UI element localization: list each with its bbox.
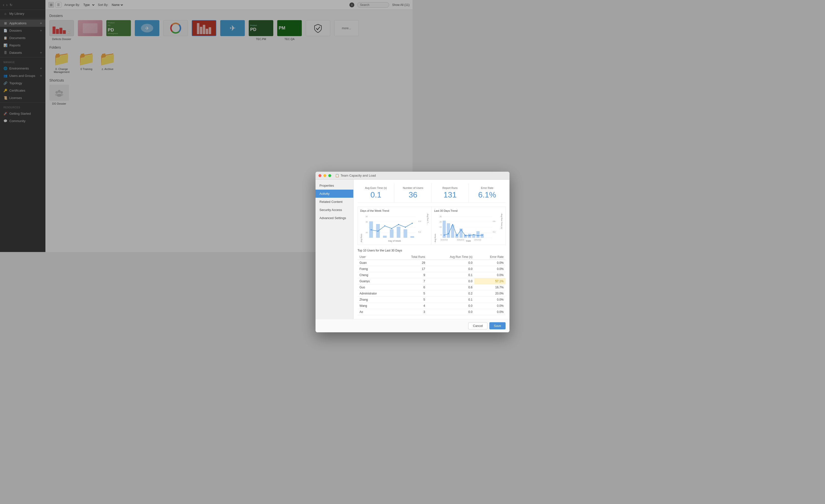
modal-nav-security-access[interactable]: Security Access [315,206,353,214]
stat-num-users-label: Number of Users [396,187,412,189]
svg-text:Wednesday: Wednesday [378,240,386,241]
svg-text:10: 10 [366,231,368,233]
modal: 📋 Team Capacity and Load Properties Acti… [315,172,412,252]
stat-avg-exec-value: 0.1 [360,190,392,200]
svg-rect-18 [397,227,400,238]
chart-weekly-svg: 50 30 10 [363,214,412,241]
modal-nav-related-content[interactable]: Related Content [315,198,353,206]
maximize-window-btn[interactable] [328,174,331,177]
svg-text:Sunday: Sunday [408,240,412,241]
svg-rect-19 [404,229,407,238]
modal-overlay: 📋 Team Capacity and Load Properties Acti… [0,0,412,252]
svg-text:Tuesday: Tuesday [373,240,379,241]
svg-rect-17 [390,229,394,238]
stat-num-users: Number of Users 36 [394,184,412,202]
svg-point-26 [405,227,406,228]
stat-avg-exec-label: Avg Exec Time (s) [360,187,392,189]
modal-title: 📋 Team Capacity and Load [335,174,376,177]
svg-text:50: 50 [366,215,368,218]
stat-avg-exec: Avg Exec Time (s) 0.1 [358,184,394,202]
modal-nav: Properties Activity Related Content Secu… [315,179,354,252]
table-title: Top 10 Users for the Last 30 Days [358,249,412,252]
svg-point-25 [398,224,399,225]
close-window-btn[interactable] [318,174,321,177]
chart-weekly-ylabel-left: Avg Runs [360,214,362,242]
svg-point-24 [391,228,392,229]
modal-title-text: Team Capacity and Load [341,174,376,177]
modal-nav-properties[interactable]: Properties [315,182,353,190]
chart-weekly-title: Days of the Week Trend [360,209,412,212]
svg-text:Monday: Monday [367,240,372,241]
modal-title-icon: 📋 [335,174,339,177]
modal-body: Properties Activity Related Content Secu… [315,179,412,252]
modal-main: Avg Exec Time (s) 0.1 Number of Users 36… [354,179,412,252]
svg-text:Saturday: Saturday [400,240,406,241]
svg-point-21 [371,229,372,230]
svg-rect-20 [410,236,413,238]
charts-row: Days of the Week Trend Avg Runs [358,207,412,245]
stats-row: Avg Exec Time (s) 0.1 Number of Users 36… [358,184,412,203]
modal-nav-advanced-settings[interactable]: Advanced Settings [315,214,353,222]
svg-text:30: 30 [366,221,368,223]
modal-titlebar: 📋 Team Capacity and Load [315,172,412,179]
svg-rect-16 [383,235,387,238]
minimize-window-btn[interactable] [323,174,326,177]
svg-point-23 [384,225,385,226]
modal-nav-activity[interactable]: Activity [315,190,353,198]
stat-num-users-value: 36 [396,190,412,200]
chart-weekly: Days of the Week Trend Avg Runs [358,207,412,244]
svg-point-22 [377,231,378,232]
